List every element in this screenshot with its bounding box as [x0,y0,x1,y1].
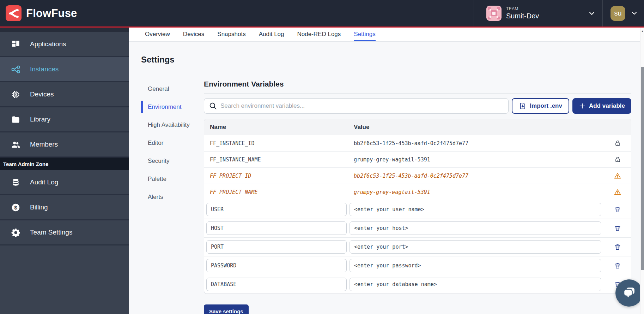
env-var-name-input[interactable] [206,240,347,254]
env-var-value-input[interactable] [350,203,601,216]
subnav-item-environment[interactable]: Environment [141,98,193,116]
sidebar-item-label: Library [30,115,50,123]
delete-variable-button[interactable] [604,206,631,213]
library-icon [11,115,20,124]
svg-text:$: $ [14,204,17,210]
sidebar-item-members[interactable]: Members [0,132,129,158]
table-header-row: Name Value [204,119,631,135]
scrollbar-thumb[interactable] [641,67,644,270]
sidebar-item-team-settings[interactable]: Team Settings [0,220,129,245]
tab-snapshots[interactable]: Snapshots [217,28,245,41]
editable-row [204,237,631,256]
brand[interactable]: FlowFuse [0,5,474,21]
settings-page: Settings General Environment High Availa… [129,42,644,314]
save-settings-button[interactable]: Save settings [204,304,249,314]
add-variable-label: Add variable [589,102,625,109]
user-avatar: su [610,6,625,21]
env-var-value-input[interactable] [350,221,601,235]
env-var-name-input[interactable] [206,278,347,291]
search-input[interactable] [204,98,509,114]
subnav-item-security[interactable]: Security [141,152,193,170]
column-header-value: Value [354,124,604,131]
gear-icon [11,228,20,237]
env-var-value-input[interactable] [350,259,601,272]
search-wrap [204,98,509,114]
chat-bubbles-icon [621,285,637,301]
page-scrollbar[interactable]: ▲ [640,28,644,314]
subnav-item-editor[interactable]: Editor [141,134,193,152]
env-var-value-input[interactable] [350,278,601,291]
sidebar-item-label: Audit Log [30,178,58,186]
import-document-icon [519,102,527,110]
search-icon [209,102,217,110]
trash-icon [614,206,621,213]
env-var-name-input[interactable] [206,221,347,235]
chevron-down-icon [631,10,638,17]
trash-icon [614,243,621,250]
instances-icon [11,65,20,74]
environment-pane: Environment Variables [204,80,631,314]
env-var-name: FF_PROJECT_ID [204,173,354,179]
trash-icon [614,262,621,269]
sidebar-item-label: Applications [30,40,66,48]
editable-row [204,200,631,219]
env-toolbar: Import .env Add variable [204,98,631,114]
sidebar-item-billing[interactable]: $ Billing [0,195,129,220]
editable-row [204,219,631,237]
sidebar-item-applications[interactable]: Applications [0,32,129,57]
settings-subnav: General Environment High Availability Ed… [141,80,193,314]
sidebar-item-library[interactable]: Library [0,107,129,132]
tab-overview[interactable]: Overview [145,28,170,41]
env-var-value-input[interactable] [350,240,601,254]
billing-icon: $ [11,203,20,212]
instance-tabbar: Overview Devices Snapshots Audit Log Nod… [129,28,644,42]
team-avatar [486,6,502,21]
import-env-label: Import .env [530,102,562,109]
subnav-item-palette[interactable]: Palette [141,170,193,188]
scrollbar-up-arrow[interactable]: ▲ [641,30,644,33]
tab-node-red-logs[interactable]: Node-RED Logs [297,28,341,41]
env-var-name-input[interactable] [206,203,347,216]
subnav-item-high-availability[interactable]: High Availability [141,116,193,134]
tab-devices[interactable]: Devices [183,28,204,41]
warning-icon [614,172,621,179]
trash-icon [614,225,621,232]
sidebar-item-label: Instances [30,65,59,73]
lock-icon [614,156,621,163]
sidebar-item-label: Members [30,141,58,148]
delete-variable-button[interactable] [604,225,631,232]
env-var-name-input[interactable] [206,259,347,272]
chat-widget-button[interactable] [615,279,643,307]
delete-variable-button[interactable] [604,243,631,250]
flowfuse-app: FlowFuse T [0,0,644,314]
delete-variable-button[interactable] [604,262,631,269]
env-variables-table: Name Value FF_INSTANCE_ID bb2f6c53-1f25-… [204,119,631,294]
sidebar-item-label: Team Settings [30,229,72,236]
table-row-deprecated: FF_PROJECT_ID bb2f6c53-1f25-453b-aafd-0c… [204,167,631,184]
env-var-value: bb2f6c53-1f25-453b-aafd-0c2f475d7e77 [354,140,604,147]
sidebar-item-instances[interactable]: Instances [0,57,129,82]
brand-name: FlowFuse [26,7,77,20]
import-env-button[interactable]: Import .env [512,98,569,114]
team-selector[interactable]: TEAM: Sumit-Dev [474,0,602,26]
subnav-item-alerts[interactable]: Alerts [141,188,193,206]
top-header: FlowFuse T [0,0,644,26]
team-label: TEAM: [506,6,584,12]
add-variable-button[interactable]: Add variable [572,98,631,114]
tab-audit-log[interactable]: Audit Log [259,28,284,41]
devices-icon [11,90,20,99]
warning-icon [614,189,621,196]
sidebar-item-audit-log[interactable]: Audit Log [0,170,129,195]
sidebar-item-devices[interactable]: Devices [0,82,129,107]
env-var-value: bb2f6c53-1f25-453b-aafd-0c2f475d7e77 [354,173,604,179]
table-row: FF_INSTANCE_ID bb2f6c53-1f25-453b-aafd-0… [204,135,631,151]
env-var-value: grumpy-grey-wagtail-5391 [354,156,604,163]
env-var-name: FF_PROJECT_NAME [204,189,354,195]
column-header-name: Name [204,124,354,131]
user-menu[interactable]: su [602,0,644,26]
flowfuse-logo-icon [6,5,22,21]
team-text: TEAM: Sumit-Dev [506,6,584,20]
subnav-item-general[interactable]: General [141,80,193,98]
sidebar: Applications Instances Devices [0,28,129,314]
tab-settings[interactable]: Settings [354,28,375,41]
